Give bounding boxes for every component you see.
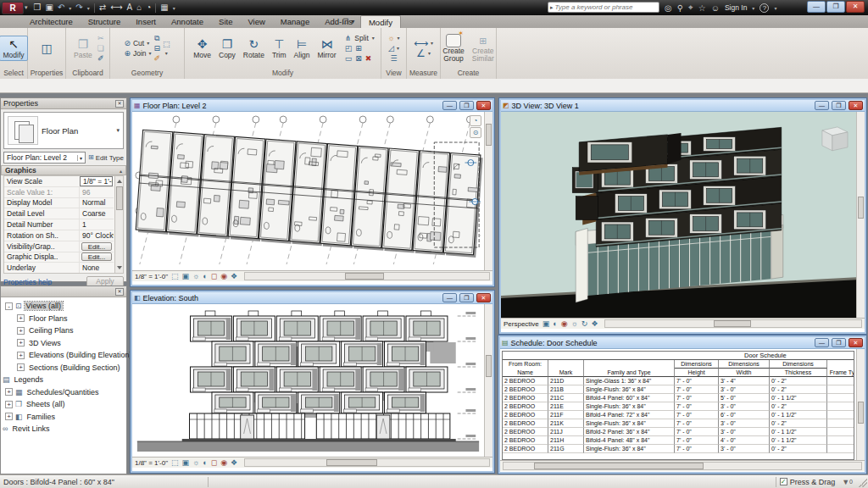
text-icon[interactable]: A — [126, 1, 132, 14]
3d-view-titlebar[interactable]: ◩ 3D View: 3D View 1 — ❐ ✕ — [501, 100, 865, 112]
search-input[interactable] — [555, 3, 659, 12]
ribbon-tab[interactable]: Annotate — [164, 15, 211, 28]
undo-icon[interactable]: ↶ — [58, 1, 64, 14]
tree-expander-icon[interactable]: - — [5, 302, 13, 310]
type-selector[interactable]: Floor Plan ▾ — [3, 112, 124, 149]
wall-join-icon[interactable]: ⬚ — [163, 40, 170, 48]
group-collapse-icon[interactable]: ▴ — [120, 168, 122, 174]
mirror-button[interactable]: ⋈Mirror — [314, 36, 338, 60]
schedule-canvas[interactable]: Door Schedule From Room: Dimensions Dime… — [500, 349, 865, 460]
cut-geometry-button[interactable]: ⊘ Cut▾ — [124, 39, 149, 47]
coping-icon[interactable]: ⧉ — [154, 34, 159, 42]
property-row[interactable]: Detail Number 1 — [4, 219, 114, 230]
elevation-titlebar[interactable]: ◧ Elevation: South — ❐ ✕ — [132, 292, 492, 304]
property-row[interactable]: View Scale 1/8" = 1'-0" — [4, 176, 114, 187]
instance-selector[interactable]: Floor Plan: Level 2 ▾ — [3, 152, 86, 164]
paint-icon[interactable]: ✐ — [154, 54, 161, 63]
sign-in-dropdown-icon[interactable]: ▾ — [752, 5, 754, 11]
rotate-button[interactable]: ↻Rotate — [241, 36, 267, 60]
properties-palette-titlebar[interactable]: Properties ✕ — [1, 98, 126, 109]
revit-logo-button[interactable]: R — [2, 2, 24, 14]
panel-label-modify[interactable]: Modify — [185, 68, 381, 79]
array-icon[interactable]: ⊞ — [355, 44, 362, 53]
property-row[interactable]: Underlay None — [4, 263, 114, 274]
ribbon-state-dropdown-icon[interactable]: ▾ — [351, 18, 354, 25]
property-row[interactable]: Visibility/Grap.. Edit... — [4, 241, 114, 252]
schedule-horizontal-scrollbar[interactable] — [503, 462, 862, 470]
detail-level-icon[interactable]: ⬚ — [171, 458, 179, 467]
measure-icon[interactable]: ⟷ — [414, 39, 428, 47]
offset-icon[interactable]: ◰ — [345, 44, 353, 53]
split-icon[interactable]: ⋔ — [345, 34, 352, 42]
angle-dimension-icon[interactable]: ∠ — [416, 49, 426, 58]
browser-tree-item[interactable]: + ◧ Families — [3, 411, 126, 424]
binoculars-icon[interactable]: ◎ — [665, 3, 672, 13]
schedule-row[interactable]: 2 BEDROO 211D Single-Glass 1: 36" x 84" … — [503, 377, 854, 385]
schedule-row[interactable]: 2 BEDROO 211J Bifold-2 Panel: 36" x 84" … — [503, 428, 854, 436]
property-row[interactable]: Display Model Normal — [4, 198, 114, 209]
panel-label-properties[interactable]: Properties — [28, 68, 65, 79]
tree-expander-icon[interactable]: + — [5, 413, 13, 420]
delete-icon[interactable]: ✖ — [365, 54, 372, 63]
panel-label-select[interactable]: Select — [0, 68, 27, 79]
redo-dropdown-icon[interactable]: ▾ — [87, 5, 90, 11]
perspective-label[interactable]: Perspective — [504, 320, 539, 328]
copy-button[interactable]: ❐Copy — [216, 36, 238, 60]
paste-button[interactable]: ❐ Paste — [71, 36, 95, 60]
geometry-more-icon[interactable]: ▾ — [165, 50, 168, 56]
open-icon[interactable]: ❒ — [34, 1, 42, 14]
visual-style-icon[interactable]: ▣ — [182, 458, 190, 467]
user-interface-icon[interactable]: ▦ — [160, 1, 168, 14]
view-minimize-button[interactable]: — — [442, 101, 457, 110]
view-close-button[interactable]: ✕ — [849, 101, 863, 110]
tree-expander-icon[interactable]: + — [17, 363, 25, 371]
crop-view-icon[interactable]: ◻ — [211, 272, 217, 280]
temporary-hide-isolate-icon[interactable]: ❖ — [231, 272, 237, 280]
type-selector-dropdown-icon[interactable]: ▾ — [116, 127, 123, 134]
hide-crop-icon[interactable]: ◉ — [220, 272, 227, 280]
3d-vertical-scrollbar[interactable] — [856, 112, 865, 318]
3d-canvas[interactable] — [501, 112, 865, 318]
linework-icon[interactable]: ☰ — [390, 54, 397, 63]
property-row[interactable]: Detail Level Coarse — [4, 208, 114, 219]
search-go-icon[interactable]: ▸ — [548, 4, 555, 11]
view-close-button[interactable]: ✕ — [476, 101, 491, 110]
tree-expander-icon[interactable]: + — [17, 314, 25, 322]
shadows-icon[interactable]: ◉ — [561, 319, 568, 328]
beam-join-icon[interactable]: ⊟ — [154, 44, 161, 53]
browser-tree-item[interactable]: + Ceiling Plans — [14, 324, 126, 337]
elevation-vertical-scrollbar[interactable] — [484, 304, 492, 457]
sun-path-icon[interactable]: ☼ — [571, 319, 578, 328]
edit-type-button[interactable]: ⊞ Edit Type — [88, 153, 124, 162]
browser-tree-item[interactable]: ∞ Revit Links — [3, 423, 126, 435]
panel-label-geometry[interactable]: Geometry — [110, 68, 184, 79]
elevation-horizontal-scrollbar[interactable] — [244, 458, 490, 467]
create-group-button[interactable]: ✶ CreateGroup — [440, 33, 467, 64]
floor-plan-canvas[interactable]: ◔ ⊙ — [132, 112, 492, 270]
undo-dropdown-icon[interactable]: ▾ — [69, 5, 71, 11]
sun-path-icon[interactable]: ☼ — [192, 458, 199, 467]
redo-icon[interactable]: ↷ — [75, 1, 82, 14]
ribbon-tab[interactable]: Architecture — [22, 15, 81, 28]
browser-tree-item[interactable]: + Sections (Building Section) — [14, 362, 126, 374]
palette-close-icon[interactable]: ✕ — [115, 100, 124, 108]
tree-expander-icon[interactable]: + — [5, 401, 13, 408]
3d-horizontal-scrollbar[interactable] — [604, 319, 862, 328]
temporary-hide-isolate-icon[interactable]: ❖ — [231, 458, 237, 467]
browser-tree-item[interactable]: + ▦ Schedules/Quantities — [3, 386, 126, 399]
browser-close-icon[interactable]: ✕ — [115, 288, 124, 296]
browser-tree-item[interactable]: + Floor Plans — [14, 313, 126, 325]
panel-label-create[interactable]: Create — [441, 68, 496, 79]
panel-label-view[interactable]: View — [381, 68, 406, 79]
view-minimize-button[interactable]: — — [815, 338, 829, 347]
default-3d-view-icon[interactable]: ⌂ — [136, 1, 142, 14]
properties-toggle-button[interactable]: ◫ — [38, 41, 54, 56]
schedule-row[interactable]: 2 BEDROO 211E Single-Flush: 36" x 84" 7'… — [503, 402, 854, 411]
scale-icon[interactable]: ▭ — [345, 54, 353, 63]
user-icon[interactable]: ☺ — [711, 3, 720, 13]
transfer-icon[interactable]: ⇄ — [99, 1, 106, 14]
view-restore-button[interactable]: ❐ — [459, 101, 474, 110]
trim-button[interactable]: ⊤Trim — [270, 36, 289, 60]
browser-tree-item[interactable]: + Elevations (Building Elevation) — [14, 349, 126, 362]
favorites-star-icon[interactable]: ☆ — [698, 3, 706, 13]
